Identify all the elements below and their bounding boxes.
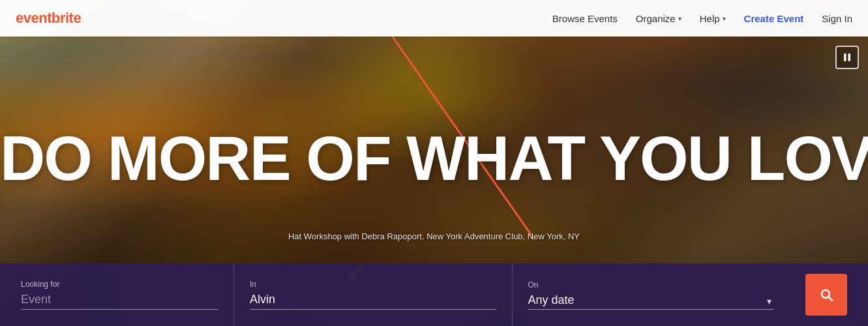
in-label: In	[250, 280, 496, 289]
navbar-left: eventbrite	[16, 10, 81, 27]
hero-caption: Hat Workshop with Debra Rapoport, New Yo…	[288, 231, 580, 241]
search-looking-for-field: Looking for	[21, 263, 234, 326]
help-chevron-icon: ▾	[723, 15, 726, 22]
nav-browse-events[interactable]: Browse Events	[552, 13, 618, 24]
nav-help[interactable]: Help ▾	[700, 13, 726, 24]
logo[interactable]: eventbrite	[16, 10, 81, 27]
svg-rect-1	[848, 53, 851, 61]
hero-section: eventbrite Browse Events Organize ▾ Help…	[0, 0, 868, 326]
nav-create-event[interactable]: Create Event	[744, 13, 804, 24]
pause-icon	[843, 53, 852, 62]
location-input[interactable]	[250, 293, 496, 310]
search-button[interactable]	[805, 274, 847, 316]
pause-slideshow-button[interactable]	[835, 46, 859, 69]
navbar-right: Browse Events Organize ▾ Help ▾ Create E…	[552, 13, 852, 24]
looking-for-input[interactable]	[21, 293, 218, 310]
navbar: eventbrite Browse Events Organize ▾ Help…	[0, 0, 868, 37]
nav-sign-in[interactable]: Sign In	[822, 13, 852, 24]
hero-headline: DO MORE OF WHAT YOU LOVE	[0, 127, 868, 190]
search-on-field: On Any date Today Tomorrow This weekend …	[513, 263, 790, 326]
search-icon	[818, 287, 834, 303]
date-select-wrapper: Any date Today Tomorrow This weekend Thi…	[528, 293, 775, 310]
organize-chevron-icon: ▾	[678, 15, 681, 22]
search-in-field: In	[234, 263, 513, 326]
date-select[interactable]: Any date Today Tomorrow This weekend Thi…	[528, 293, 775, 310]
search-bar: Looking for In On Any date Today Tomorro…	[0, 263, 868, 326]
on-label: On	[528, 280, 775, 289]
looking-for-label: Looking for	[21, 280, 218, 289]
nav-organize[interactable]: Organize ▾	[636, 13, 681, 24]
svg-rect-0	[844, 53, 846, 61]
